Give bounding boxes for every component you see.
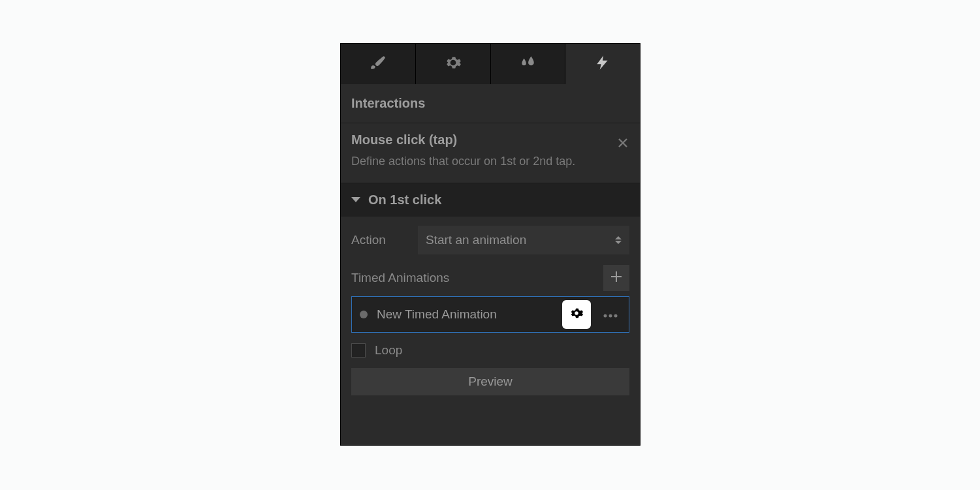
close-icon: [618, 138, 628, 151]
trigger-title: Mouse click (tap): [351, 132, 629, 147]
action-label: Action: [351, 233, 418, 247]
tab-effects[interactable]: [491, 44, 566, 84]
timed-animations-row: Timed Animations: [351, 265, 629, 291]
brush-icon: [370, 54, 387, 74]
select-chevron-icon: [615, 236, 622, 244]
animation-more-button[interactable]: [600, 304, 621, 325]
trigger-block: Mouse click (tap) Define actions that oc…: [341, 123, 640, 183]
svg-point-3: [609, 314, 612, 317]
gear-icon: [569, 306, 584, 323]
timed-animations-label: Timed Animations: [351, 271, 449, 285]
animation-settings-button[interactable]: [562, 300, 591, 329]
tab-interactions[interactable]: [565, 44, 640, 84]
tab-settings[interactable]: [416, 44, 491, 84]
on-first-click-body: Action Start an animation Timed Animatio…: [341, 217, 640, 406]
section-title: Interactions: [341, 84, 640, 123]
drops-icon: [519, 54, 536, 74]
lightning-icon: [594, 54, 611, 74]
loop-label: Loop: [375, 343, 402, 358]
trigger-remove-button[interactable]: [614, 135, 632, 153]
plus-icon: [610, 271, 622, 285]
preview-button-label: Preview: [468, 375, 513, 389]
svg-point-0: [450, 61, 455, 65]
animation-item[interactable]: New Timed Animation: [351, 296, 629, 333]
preview-button[interactable]: Preview: [351, 368, 629, 395]
svg-point-4: [614, 314, 618, 317]
svg-point-2: [604, 314, 607, 317]
gear-icon: [445, 54, 462, 74]
trigger-description: Define actions that occur on 1st or 2nd …: [351, 153, 629, 171]
animation-name: New Timed Animation: [377, 307, 553, 322]
animation-status-dot: [360, 311, 368, 318]
interactions-panel: Interactions Mouse click (tap) Define ac…: [340, 43, 640, 446]
tab-style[interactable]: [341, 44, 416, 84]
action-row: Action Start an animation: [351, 226, 629, 254]
more-icon: [603, 309, 618, 320]
loop-checkbox[interactable]: [351, 343, 366, 358]
loop-row: Loop: [351, 343, 629, 358]
action-select[interactable]: Start an animation: [418, 226, 629, 254]
caret-down-icon: [351, 197, 360, 202]
action-select-value: Start an animation: [426, 233, 526, 247]
svg-point-1: [575, 311, 578, 315]
collapse-label: On 1st click: [368, 192, 441, 207]
panel-tabs: [341, 44, 640, 84]
add-animation-button[interactable]: [603, 265, 629, 291]
on-first-click-header[interactable]: On 1st click: [341, 183, 640, 217]
